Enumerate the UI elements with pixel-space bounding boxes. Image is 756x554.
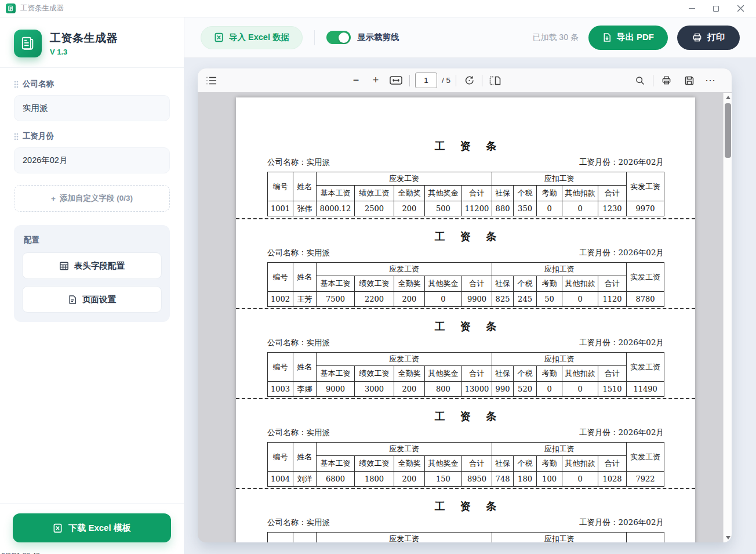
add-custom-field-label: 添加自定义字段 (0/3) [60,193,133,204]
salary-month-label-row: 工资月份 [14,131,170,142]
header-deduct-group: 应扣工资 [492,443,627,456]
viewer-print-button[interactable] [659,73,674,88]
export-pdf-label: 导出 PDF [617,32,654,43]
fit-width-button[interactable] [388,73,404,88]
header-id: 编号 [268,172,293,201]
header-cell: 考勤 [537,456,562,472]
cell-name: 张伟 [293,201,317,216]
close-button[interactable] [736,5,744,13]
cell-value: 825 [492,292,514,307]
cell-value: 13000 [462,382,492,397]
scroll-down-icon[interactable] [724,533,732,542]
header-fields-config-button[interactable]: 表头字段配置 [22,252,162,279]
sidebar-panel-toggle-button[interactable] [203,73,219,88]
ellipsis-icon: ··· [705,74,715,86]
save-button[interactable] [682,73,697,88]
more-menu-button[interactable]: ··· [703,73,718,88]
payslip-block: 工 资 条 公司名称：实用派 工资月份：2026年02月 编号 姓名 应发工资 … [236,399,695,489]
search-icon [635,76,645,85]
search-button[interactable] [633,73,648,88]
cell-name: 刘洋 [293,472,317,487]
app-version: V 1.3 [50,48,118,56]
cell-value: 9900 [462,292,492,307]
pdf-viewer-body: 工 资 条 公司名称：实用派 工资月份：2026年02月 编号 姓名 应发工资 … [198,93,732,542]
header-cell: 全勤奖 [394,276,425,292]
window-titlebar: 工资条生成器 [0,0,756,17]
header-deduct-group: 应扣工资 [492,172,627,186]
company-name-label: 公司名称 [23,79,54,89]
header-cell: 基本工资 [317,276,355,292]
viewer-scrollbar[interactable] [723,93,732,542]
cell-value: 9970 [627,201,664,216]
header-net: 实发工资 [627,443,664,472]
header-deduct-group: 应扣工资 [492,533,627,543]
maximize-icon [713,6,719,12]
payslip-company: 公司名称：实用派 [267,428,330,438]
main-toolbar: 导入 Excel 数据 显示裁剪线 已加载 30 条 导出 PDF 打印 [184,17,756,58]
minimize-button[interactable] [688,5,696,13]
print-button[interactable]: 打印 [677,26,740,50]
company-name-input[interactable] [14,95,170,121]
sidebar: 工资条生成器 V 1.3 公司名称 工资月份 + 添加自定义字段 (0/3) 配… [0,17,184,554]
header-cell: 合计 [598,366,627,382]
table-grid-icon [59,261,69,271]
header-cell: 其他扣款 [562,186,598,201]
header-cell: 合计 [462,456,492,472]
page-view-button[interactable] [488,73,503,88]
save-floppy-icon [685,76,694,85]
header-deduct-group: 应扣工资 [492,353,627,366]
outline-list-icon [206,76,217,85]
maximize-button[interactable] [712,5,720,13]
header-deduct-group: 应扣工资 [492,263,627,276]
add-custom-field-button[interactable]: + 添加自定义字段 (0/3) [14,185,170,212]
header-name: 姓名 [293,263,317,292]
toolbar-separator [314,30,315,45]
viewer-separator [456,75,456,86]
header-income-group: 应发工资 [317,263,492,276]
rotate-icon [464,75,474,85]
cell-value: 520 [514,382,537,397]
show-cutline-toggle[interactable] [326,31,351,44]
cell-value: 2200 [355,292,394,307]
payslip-block: 工 资 条 公司名称：实用派 工资月份：2026年02月 编号 姓名 应发工资 … [236,489,695,542]
salary-month-input[interactable] [14,147,170,173]
rotate-button[interactable] [461,73,477,88]
import-excel-button[interactable]: 导入 Excel 数据 [201,26,303,49]
cell-value: 0 [562,472,598,487]
download-excel-template-button[interactable]: 下载 Excel 模板 [13,513,171,542]
header-cell: 其他扣款 [562,276,598,292]
cell-value: 180 [514,472,537,487]
header-cell: 其他奖金 [425,456,462,472]
header-cell: 合计 [462,366,492,382]
cell-value: 500 [425,201,462,216]
page-number-input[interactable] [415,73,437,88]
header-cell: 社保 [492,366,514,382]
zoom-in-button[interactable]: + [368,73,383,88]
download-excel-template-label: 下载 Excel 模板 [68,523,131,534]
toggle-knob [339,32,349,43]
header-net: 实发工资 [627,533,664,543]
header-cell: 其他奖金 [425,276,462,292]
page-settings-button[interactable]: 页面设置 [22,286,162,313]
clipped-clock-text: 6/2/21 22:42 [1,552,40,554]
payslip-table: 编号 姓名 应发工资 应扣工资 实发工资 基本工资 绩效工资 全勤奖 其他奖金 … [267,262,664,307]
export-pdf-button[interactable]: 导出 PDF [588,26,668,50]
cell-id: 1003 [268,382,293,397]
scroll-up-icon[interactable] [724,93,732,102]
config-card: 配置 表头字段配置 页面设置 [14,225,170,322]
drag-handle-icon[interactable] [14,81,19,88]
cell-value: 11200 [462,201,492,216]
viewer-separator [653,75,653,86]
header-cell: 绩效工资 [355,456,394,472]
header-cell: 社保 [492,276,514,292]
payslip-block: 工 资 条 公司名称：实用派 工资月份：2026年02月 编号 姓名 应发工资 … [236,219,695,309]
cell-value: 200 [394,201,425,216]
cell-value: 11490 [627,382,664,397]
header-cell: 个税 [514,186,537,201]
drag-handle-icon[interactable] [14,133,19,140]
scrollbar-thumb[interactable] [725,103,731,158]
zoom-out-button[interactable]: − [348,73,364,88]
cell-value: 200 [394,472,425,487]
cell-id: 1001 [268,201,293,216]
header-cell: 社保 [492,186,514,201]
